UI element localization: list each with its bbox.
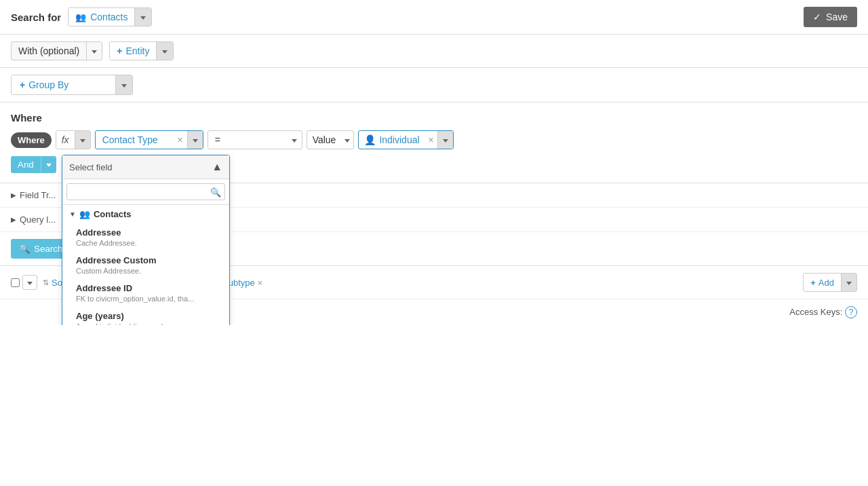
entity-dropdown-arrow[interactable] [156,42,173,60]
add-column-button: + Add [803,273,857,292]
fx-main-button[interactable]: fx [56,131,75,149]
groupby-row: + Group By [0,68,868,102]
with-optional-dropdown: With (optional) [11,41,102,60]
and-label: And [11,156,41,173]
select-field-close[interactable]: ▲ [212,161,222,173]
value-dropdown: Value [307,130,355,149]
and-dropdown-arrow[interactable] [41,156,56,173]
query-info-label: Query I... [20,214,56,225]
select-field-search-input[interactable] [66,183,225,200]
contacts-dropdown-arrow[interactable] [134,8,151,26]
contact-type-clear[interactable]: × [173,131,186,149]
plus-icon: + [117,45,122,56]
list-item[interactable]: Addressee Cache Addressee. [62,223,229,251]
caret-down-icon [292,139,297,143]
field-item-name: Addressee [76,227,222,238]
plus-icon: + [810,278,816,288]
field-item-desc: Custom Addressee. [76,267,222,275]
checkmark-icon: ✓ [813,12,821,22]
search-icon: 🔍 [210,187,221,197]
contacts-group-icon: 👥 [79,209,90,219]
search-label: Search [34,244,62,254]
chevron-down-icon: ▼ [69,210,76,218]
checkbox-dropdown-arrow[interactable] [22,275,37,290]
entity-label: Entity [125,45,149,56]
contact-type-main[interactable]: Contact Type [96,131,174,149]
add-col-main[interactable]: + Add [804,274,841,291]
groupby-dropdown-arrow[interactable] [115,75,132,94]
caret-down-icon [193,139,198,143]
individual-dropdown: 👤 Individual × [358,130,453,149]
remove-contact-subtype-icon[interactable]: × [258,278,263,288]
select-field-search-box: 🔍 [62,179,229,205]
top-bar: Search for 👥 Contacts ✓ Save [0,0,868,35]
individual-arrow[interactable] [437,131,453,149]
contact-type-arrow[interactable] [187,131,203,149]
with-optional-label: With (optional) [18,45,79,56]
caret-down-icon [162,50,167,54]
caret-down-icon [80,139,85,143]
sort-arrows-icon: ⇅ [43,278,49,287]
caret-down-icon [27,282,33,285]
help-icon[interactable]: ? [845,306,857,318]
field-item-desc: Age of individual (in years) [76,322,222,325]
caret-down-icon [140,16,146,20]
where-badge: Where [11,132,52,148]
where-section: Where Where fx Contact Type × = [0,102,868,183]
select-field-dropdown: Select field ▲ 🔍 ▼ 👥 Contacts Addressee … [62,155,230,325]
list-item[interactable]: Age (years) Age of individual (in years) [62,307,229,325]
field-item-name: Addressee Custom [76,255,222,265]
where-row: Where fx Contact Type × = [11,130,857,149]
contacts-group-header[interactable]: ▼ 👥 Contacts [62,205,229,223]
equals-dropdown: = [208,130,302,149]
entity-row: With (optional) + Entity [0,35,868,68]
save-label: Save [826,12,848,22]
individual-main[interactable]: 👤 Individual [359,131,425,149]
groupby-button: + Group By [11,75,133,95]
entity-button: + Entity [109,41,174,60]
equals-label: = [215,134,220,145]
fx-arrow[interactable] [75,131,90,149]
value-main[interactable]: Value [307,131,342,149]
caret-down-icon [344,139,350,143]
contacts-icon: 👥 [75,12,86,22]
field-item-desc: FK to civicrm_option_value.id, tha... [76,295,222,303]
equals-arrow[interactable] [287,131,302,149]
groupby-main-button[interactable]: + Group By [12,75,115,94]
equals-main[interactable]: = [208,131,287,149]
search-for-label: Search for [11,12,61,23]
contacts-group-label: Contacts [94,209,132,219]
access-keys-label: Access Keys: [789,307,842,317]
expand-icon: ▶ [11,216,16,223]
field-transform-label: Field Tr... [20,190,56,200]
add-col-label: Add [818,278,834,288]
individual-person-icon: 👤 [364,134,376,145]
value-arrow[interactable] [341,131,353,149]
and-button[interactable]: And [11,156,56,173]
list-item[interactable]: Addressee ID FK to civicrm_option_value.… [62,279,229,307]
where-label: Where [11,112,857,124]
value-label: Value [313,134,336,145]
with-optional-arrow[interactable] [86,42,102,60]
select-all-checkbox[interactable] [11,278,20,287]
with-optional-button[interactable]: With (optional) [12,42,86,60]
individual-clear[interactable]: × [425,131,437,149]
contacts-main-button[interactable]: 👥 Contacts [68,8,134,26]
caret-down-icon [46,164,52,167]
expand-icon: ▶ [11,191,16,199]
plus-icon: + [20,79,25,90]
select-field-title: Select field [69,162,113,172]
fx-button: fx [56,130,91,149]
checkbox-cell [11,275,37,290]
field-item-desc: Cache Addressee. [76,239,222,247]
caret-down-icon [121,84,127,88]
save-button[interactable]: ✓ Save [804,7,857,27]
entity-main-button[interactable]: + Entity [110,42,156,60]
caret-down-icon [443,139,448,143]
list-item[interactable]: Addressee Custom Custom Addressee. [62,251,229,279]
caret-down-icon [92,50,97,54]
add-col-arrow[interactable] [841,274,856,291]
field-items-list: Addressee Cache Addressee. Addressee Cus… [62,223,229,325]
search-for-section: Search for 👥 Contacts [11,7,152,26]
contacts-label: Contacts [90,12,127,22]
